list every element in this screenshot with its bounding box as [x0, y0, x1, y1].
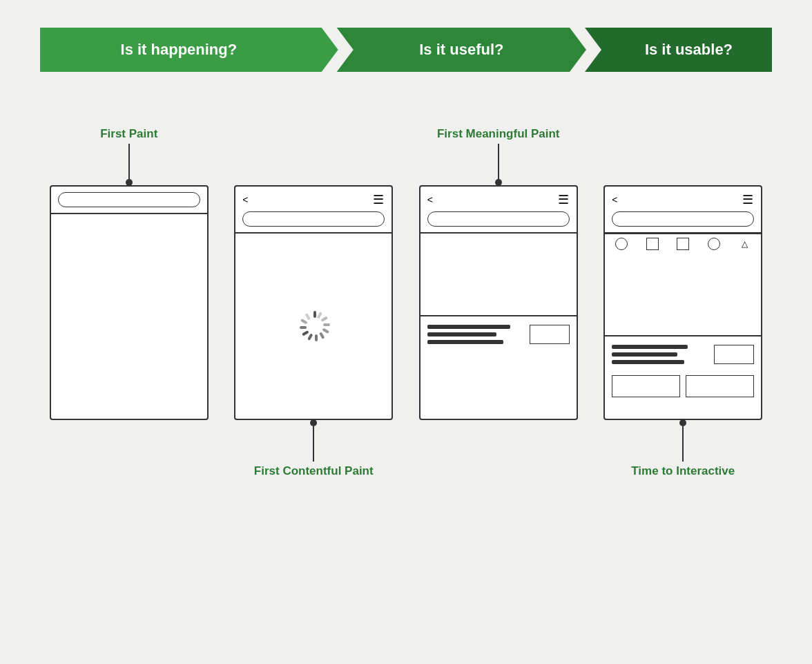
tab-icon-square-2	[677, 238, 689, 250]
label-first-contentful-paint: First Contentful Paint	[225, 462, 403, 492]
connector-line	[313, 426, 314, 462]
connector-top-first-paint	[126, 144, 133, 185]
col-first-paint: First Paint	[40, 113, 218, 450]
spinner-container: .spinner-dot:nth-child(1) { transform: r…	[235, 234, 392, 419]
tab-icon-circle-2	[708, 238, 720, 250]
tab-icon-square-1	[646, 238, 659, 250]
connector-bottom-tti	[679, 420, 686, 462]
spinner-dot	[323, 323, 330, 326]
back-arrow-icon: <	[612, 194, 617, 205]
phone-header	[51, 187, 207, 214]
main-content: First Paint	[40, 113, 772, 492]
label-time-to-interactive: Time to Interactive	[594, 462, 773, 492]
phone-topbar: < ☰	[612, 192, 754, 207]
connector-dot	[310, 419, 317, 426]
text-btn-area	[605, 336, 761, 419]
double-button-row	[612, 375, 754, 397]
back-arrow-icon: <	[242, 194, 248, 205]
col-first-contentful-paint: < ☰ .spinner-dot:nth-child(1) { transfor…	[225, 113, 403, 492]
banner-segment-1: Is it happening?	[40, 28, 338, 72]
button-right	[686, 375, 754, 397]
phone-header: < ☰	[605, 187, 761, 234]
hamburger-icon: ☰	[558, 192, 570, 207]
spinner-dot	[322, 328, 330, 334]
text-line	[427, 340, 503, 344]
phone-first-paint	[50, 185, 209, 420]
back-arrow-icon: <	[427, 194, 433, 205]
text-line	[612, 360, 684, 364]
connector-line	[128, 144, 130, 179]
label-first-paint: First Paint	[40, 113, 218, 144]
spinner-dot	[317, 312, 322, 319]
spinner-dot	[307, 333, 313, 341]
col-time-to-interactive: < ☰ △	[594, 113, 773, 492]
text-line	[427, 332, 496, 336]
banner: Is it happening? Is it useful? Is it usa…	[40, 28, 772, 72]
phone-first-contentful-paint: < ☰ .spinner-dot:nth-child(1) { transfor…	[234, 185, 393, 420]
spinner-dot	[319, 332, 325, 339]
spinner-dot	[321, 316, 329, 322]
text-button-row	[612, 345, 754, 364]
phone-topbar: < ☰	[427, 192, 570, 207]
button-left	[612, 375, 680, 397]
banner-label-1: Is it happening?	[121, 41, 238, 59]
hamburger-icon: ☰	[373, 192, 385, 207]
spinner-dot	[313, 311, 316, 318]
spinner-dot	[302, 330, 309, 336]
phone-time-to-interactive: < ☰ △	[603, 185, 762, 420]
connector-top-fmp	[495, 144, 502, 185]
phone-header: < ☰	[420, 187, 577, 234]
action-button	[530, 325, 570, 344]
action-button	[714, 345, 754, 364]
phone-header: < ☰	[235, 187, 392, 234]
spinner-dot	[300, 326, 307, 329]
text-line	[612, 345, 688, 349]
banner-label-2: Is it useful?	[419, 41, 503, 59]
spinner-dot	[300, 319, 308, 324]
connector-line	[498, 144, 499, 179]
image-block	[420, 234, 577, 316]
text-lines	[612, 345, 688, 364]
phone-body-meaningful	[420, 234, 577, 419]
hamburger-icon: ☰	[742, 192, 754, 207]
tab-icon-triangle: △	[738, 238, 751, 250]
phone-tabbar: △	[605, 234, 761, 254]
diagrams-row: First Paint	[40, 113, 772, 492]
phone-body-interactive	[605, 254, 761, 419]
connector-bottom-fcp	[310, 420, 317, 462]
phone-searchbar	[242, 211, 385, 227]
col-first-meaningful-paint: First Meaningful Paint < ☰	[409, 113, 588, 450]
text-button-row	[427, 325, 570, 344]
phone-searchbar	[58, 192, 200, 207]
phone-topbar: < ☰	[242, 192, 385, 207]
loading-spinner: .spinner-dot:nth-child(1) { transform: r…	[298, 311, 329, 341]
text-btn-area	[420, 316, 577, 419]
text-line	[427, 325, 510, 329]
phone-searchbar	[612, 211, 754, 227]
phone-body-empty	[51, 214, 207, 419]
banner-label-3: Is it usable?	[645, 41, 733, 59]
banner-segment-2: Is it useful?	[337, 28, 586, 72]
phone-searchbar	[427, 211, 570, 227]
spinner-dot	[305, 313, 311, 321]
text-lines	[427, 325, 510, 344]
image-block	[605, 254, 761, 336]
label-first-meaningful-paint: First Meaningful Paint	[409, 113, 588, 144]
text-line	[612, 352, 677, 357]
banner-segment-3: Is it usable?	[585, 28, 772, 72]
spinner-dot	[315, 334, 318, 341]
connector-line	[682, 426, 684, 462]
connector-dot	[679, 419, 686, 426]
tab-icon-circle-1	[615, 238, 628, 250]
phone-first-meaningful-paint: < ☰	[419, 185, 578, 420]
phone-body-spinner: .spinner-dot:nth-child(1) { transform: r…	[235, 234, 392, 419]
